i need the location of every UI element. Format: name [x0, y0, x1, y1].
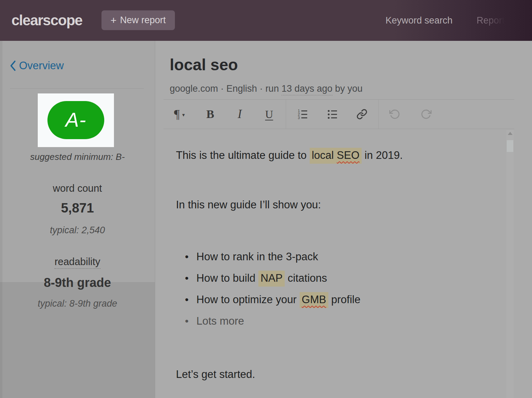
- toolbar-separator: [286, 100, 286, 129]
- grade-spotlight-box: A-: [38, 93, 114, 147]
- left-edge-shadow: [0, 41, 2, 398]
- list-item: How to rank in the 3-pack: [176, 250, 361, 264]
- spellcheck-term: SEO: [337, 149, 359, 161]
- editor-bullet-list: How to rank in the 3-pack How to build N…: [176, 250, 361, 336]
- app-logo[interactable]: clearscope: [11, 0, 82, 41]
- back-to-overview-link[interactable]: Overview: [10, 58, 64, 73]
- editor-paragraph: This is the ultimate guide to local SEO …: [176, 148, 403, 162]
- word-count-typical: typical: 2,540: [0, 225, 155, 236]
- editor-placeholder-text: Let’s get started.: [176, 368, 255, 381]
- undo-icon: [389, 109, 400, 120]
- italic-button[interactable]: I: [232, 100, 247, 129]
- report-meta-post: by you: [332, 83, 363, 94]
- nav-reports[interactable]: Reports: [477, 0, 509, 41]
- top-nav-bar: clearscope + New report Keyword search R…: [0, 0, 532, 41]
- toolbar-separator: [378, 100, 379, 129]
- word-count-label: word count: [0, 183, 155, 194]
- redo-button[interactable]: [418, 100, 434, 129]
- highlighted-term: NAP: [258, 271, 285, 287]
- link-button[interactable]: [354, 100, 370, 129]
- paragraph-style-button[interactable]: ¶ ▾: [168, 100, 190, 129]
- plus-icon: +: [110, 15, 117, 26]
- grade-value: A-: [65, 108, 86, 131]
- report-main-panel: local seo google.com · English · run 13 …: [155, 41, 532, 398]
- readability-label: readability: [0, 256, 155, 268]
- new-report-button[interactable]: + New report: [101, 10, 175, 30]
- list-item: Lots more: [176, 314, 361, 328]
- highlighted-term: local SEO: [310, 148, 362, 164]
- clearscope-app: clearscope + New report Keyword search R…: [0, 0, 532, 398]
- highlighted-term: GMB: [300, 292, 328, 308]
- bold-button[interactable]: B: [203, 100, 218, 129]
- nav-keyword-search[interactable]: Keyword search: [385, 0, 453, 41]
- link-icon: [356, 109, 367, 120]
- word-count-value: 5,871: [0, 201, 155, 216]
- scrollbar-thumb[interactable]: [507, 140, 513, 152]
- chevron-left-icon: [10, 60, 16, 71]
- chevron-down-icon: ▾: [182, 112, 185, 118]
- readability-value: 8-9th grade: [0, 275, 155, 290]
- ordered-list-button[interactable]: 1 2 3: [295, 100, 310, 129]
- editor-scrollbar[interactable]: [506, 130, 514, 398]
- svg-text:3: 3: [298, 116, 300, 119]
- undo-button[interactable]: [387, 100, 402, 129]
- report-meta-pre: google.com · English · run: [170, 83, 282, 94]
- suggested-minimum-text: suggested minimum: B-: [0, 152, 155, 162]
- editor-toolbar: ¶ ▾ B I U 1 2 3: [163, 99, 514, 129]
- report-meta: google.com · English · run 13 days ago b…: [170, 82, 363, 95]
- list-item: How to build NAP citations: [176, 271, 361, 285]
- unordered-list-button[interactable]: [325, 100, 340, 129]
- readability-typical: typical: 8-9th grade: [0, 298, 155, 309]
- readability-tooltip-trigger[interactable]: readability: [54, 256, 100, 269]
- underline-button[interactable]: U: [261, 100, 277, 129]
- sidebar-divider-line: [10, 88, 144, 89]
- ordered-list-icon: 1 2 3: [298, 109, 308, 119]
- editor-paragraph: In this new guide I’ll show you:: [176, 198, 321, 212]
- new-report-label: New report: [120, 15, 166, 26]
- list-item: How to optimize your GMB profile: [176, 293, 361, 307]
- report-title: local seo: [170, 56, 238, 73]
- scroll-up-arrow-icon[interactable]: [508, 132, 513, 135]
- redo-icon: [420, 109, 432, 120]
- overview-label: Overview: [19, 60, 64, 72]
- content-grade-badge: A-: [47, 101, 104, 139]
- pilcrow-icon: ¶: [174, 108, 180, 120]
- editor-content[interactable]: This is the ultimate guide to local SEO …: [155, 129, 506, 398]
- unordered-list-icon: [327, 109, 338, 119]
- report-run-date[interactable]: 13 days ago: [282, 83, 332, 96]
